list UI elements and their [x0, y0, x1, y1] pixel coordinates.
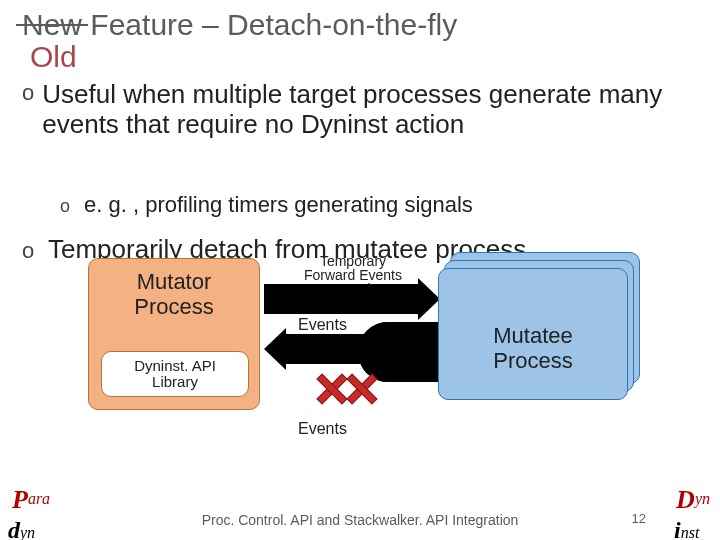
logo-text: yn [695, 490, 710, 507]
logo-text: ara [28, 490, 50, 507]
bullet-2-text: e. g. , profiling timers generating sign… [78, 192, 473, 218]
logo-text: P [12, 485, 28, 514]
bullet-2: o e. g. , profiling timers generating si… [60, 192, 696, 218]
footer: Para dyn Proc. Control. API and Stackwal… [0, 486, 720, 540]
library-label: Dyninst. API Library [134, 358, 216, 391]
page-number: 12 [632, 511, 646, 526]
mutatee-card-front: Mutatee Process [438, 268, 628, 400]
events-label-bottom: Events [298, 420, 347, 438]
dyninst-logo: Dyn inst [676, 490, 710, 530]
events-label-top: Events [298, 316, 347, 334]
slide-subtitle-old: Old [30, 40, 77, 74]
logo-text: nst [681, 524, 700, 540]
x-mark-icon [346, 374, 374, 402]
mutatee-stack: Mutatee Process [438, 252, 638, 402]
library-box: Dyninst. API Library [101, 351, 249, 397]
detach-label-top: Temporary [283, 254, 423, 268]
logo-text: i [674, 517, 681, 540]
footer-text: Proc. Control. API and Stackwalker. API … [0, 512, 720, 528]
mutatee-label: Mutatee Process [493, 295, 573, 374]
bullet-marker: o [22, 80, 34, 140]
x-mark-icon [316, 374, 344, 402]
arrow-events-back [280, 334, 440, 364]
bullet-marker: o [22, 238, 40, 264]
logo-text: D [676, 485, 695, 514]
bullet-1-text: Useful when multiple target processes ge… [34, 80, 696, 140]
mutator-label: Mutator Process [89, 269, 259, 320]
bullet-marker: o [60, 196, 78, 217]
strike-line [16, 24, 88, 26]
bullet-1: o Useful when multiple target processes … [22, 80, 696, 140]
arrow-detach [264, 284, 424, 314]
mutator-box: Mutator Process Dyninst. API Library [88, 258, 260, 410]
diagram: Mutator Process Dyninst. API Library Tem… [88, 258, 648, 458]
